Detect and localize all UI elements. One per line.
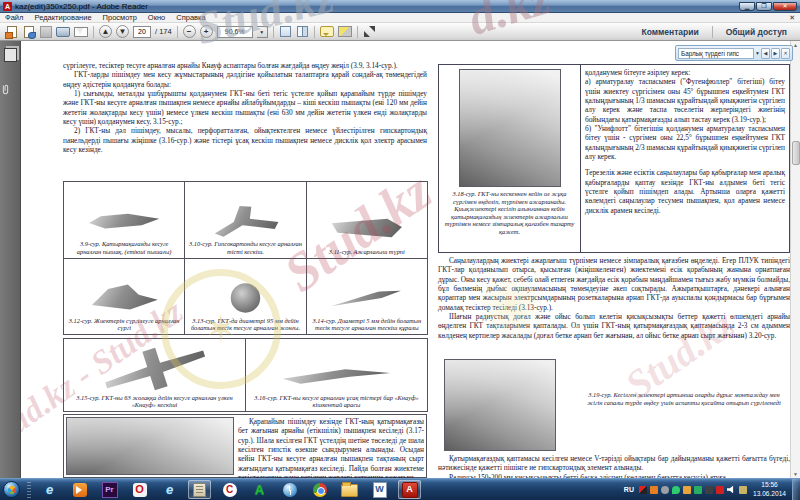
toolbar-separator	[712, 26, 713, 38]
messenger-tray-icon[interactable]	[672, 486, 680, 494]
update-tray-icon[interactable]	[739, 486, 747, 494]
taskbar-item-premiere[interactable]: Pr	[98, 480, 121, 499]
figure-3-9: 3.9-сур. Қатырмақағазды кесуге арналған …	[63, 181, 185, 259]
taskbar-item-media-center[interactable]: C	[218, 480, 241, 499]
window-titlebar: A kaz(edit)350x250.pdf - Adobe Reader ▁ …	[0, 0, 800, 13]
taskbar-item-clock-app[interactable]	[278, 480, 301, 499]
menu-view[interactable]: Просмотр	[103, 13, 137, 22]
punch-tool-image	[328, 275, 406, 322]
single-page-icon	[280, 26, 291, 37]
network-tray-icon[interactable]	[694, 486, 702, 494]
language-indicator[interactable]: RU	[622, 486, 636, 493]
chevron-down-icon[interactable]: ▼	[755, 50, 760, 56]
status-tray-icon[interactable]	[661, 486, 669, 494]
download-manager-tray-icon[interactable]	[683, 486, 691, 494]
taskbar-item-explorer[interactable]	[338, 480, 361, 499]
print-button[interactable]	[56, 25, 70, 39]
pdf-page: сүргілеуге, тесіктер тесуге арналған арн…	[21, 41, 791, 478]
taskbar-item-word[interactable]: W	[368, 480, 391, 499]
error-tray-icon[interactable]	[716, 486, 724, 494]
minimize-button[interactable]: ▁	[739, 2, 755, 11]
camera-tray-icon[interactable]	[705, 486, 713, 494]
toolbar-separator	[314, 26, 315, 38]
close-button[interactable]: ✕	[773, 2, 797, 11]
taskbar-item-chrome[interactable]	[308, 480, 331, 499]
antivirus-shield-icon[interactable]	[639, 486, 647, 494]
plane-tool-image	[88, 282, 161, 314]
rasp-tool-image	[330, 213, 403, 245]
start-button[interactable]	[3, 481, 20, 498]
menu-file[interactable]: Файл	[5, 13, 23, 22]
fullscreen-button[interactable]	[363, 25, 376, 39]
taskbar-item-antivirus[interactable]: A	[248, 480, 271, 499]
taskbar-item-internet-explorer[interactable]: e	[38, 480, 61, 499]
open-file-button[interactable]	[5, 25, 18, 39]
find-input[interactable]: Барлық түрдегі гипс	[678, 48, 754, 59]
find-close-button[interactable]: ✕	[781, 48, 790, 59]
find-next-button[interactable]: ▶	[771, 48, 780, 59]
taskbar-item-opera[interactable]: O	[128, 480, 151, 499]
cutter-tool-image	[209, 205, 282, 237]
taskbar-item-file-manager[interactable]	[188, 480, 211, 499]
adobe-reader-icon: A	[3, 2, 12, 11]
highlight-button[interactable]	[338, 25, 352, 39]
page-thumbnails-icon[interactable]	[4, 48, 17, 62]
speaker-icon[interactable]	[727, 486, 736, 494]
convert-pdf-button[interactable]	[22, 25, 35, 39]
save-button[interactable]	[39, 25, 52, 39]
menu-window[interactable]: Окно	[148, 13, 165, 22]
adobe-premiere-icon: Pr	[102, 482, 118, 498]
alert-tray-icon[interactable]	[650, 486, 658, 494]
zoom-level-value[interactable]: 90,6%	[217, 26, 253, 38]
zoom-dropdown-button[interactable]: ▼	[257, 26, 268, 38]
paragraph: 2) ГКТ-ны дәл пішімдеу, мысалы, перфорат…	[63, 126, 427, 154]
scroll-down-icon[interactable]: ▼	[791, 471, 800, 477]
vertical-scrollbar[interactable]: ▲ ▼	[790, 41, 800, 478]
taskbar-grip[interactable]	[27, 482, 31, 498]
antivirus-icon: A	[255, 483, 264, 497]
paragraph: ГКТ-ларды пішімдеу мен кесу жұмыстарының…	[63, 70, 427, 89]
file-manager-icon	[193, 483, 206, 497]
attachments-paperclip-icon[interactable]	[0, 83, 11, 95]
page-fit-button[interactable]	[296, 25, 309, 39]
taskbar-item-adobe-reader[interactable]: A	[398, 480, 421, 499]
menu-help[interactable]: Справка	[176, 13, 205, 22]
document-area: сүргілеуге, тесіктер тесуге арналған арн…	[0, 41, 800, 478]
paragraph: а) арматуралау таспасымен ("Фугенфюллер"…	[585, 77, 785, 124]
find-previous-button[interactable]: ◀	[761, 48, 770, 59]
adobe-reader-icon: A	[402, 482, 418, 498]
chrome-icon	[313, 483, 327, 497]
maximize-button[interactable]: ❐	[756, 2, 772, 11]
zoom-out-button[interactable]: −	[183, 25, 196, 38]
folder-icon	[341, 484, 358, 497]
share-panel-button[interactable]: Общий доступ	[718, 27, 795, 37]
figure-3-18-block: 3.18-сур. ГКТ-ны кескеннен кейін ол жұқа…	[438, 64, 790, 253]
paragraph: Саңылаулардың жиектері ажарлағыш түрпіме…	[438, 256, 790, 312]
scroll-mode-button[interactable]	[279, 25, 292, 39]
page-number-input[interactable]	[133, 26, 151, 38]
taskbar-item-media-player[interactable]	[68, 480, 91, 499]
open-file-icon	[7, 26, 17, 38]
taskbar-item-internet-explorer-2[interactable]: e	[158, 480, 181, 499]
email-button[interactable]	[74, 25, 88, 39]
navigation-sidebar	[0, 41, 21, 478]
paragraph: 1) сығымды, металды ұшбұрышты қолданумен…	[63, 89, 427, 126]
next-page-button[interactable]: ▼	[116, 25, 129, 38]
clock[interactable]: 15:56 13.06.2014	[750, 481, 789, 499]
menu-edit[interactable]: Редактирование	[34, 13, 91, 22]
right-column: Саңылаулардың жиектері ажарлағыш түрпіме…	[438, 256, 790, 340]
sticky-note-button[interactable]	[320, 25, 334, 39]
comments-panel-button[interactable]: Комментарии	[633, 27, 706, 37]
opera-icon: O	[133, 483, 147, 497]
word-icon: W	[373, 482, 387, 498]
paragraph: Қатырмақағаздық қаптамасы кесілген немес…	[438, 454, 790, 473]
right-column-text: қолданумен бітеуге әзірлеу керек: а) арм…	[581, 65, 789, 252]
figure-3-14: 3.14-сур. Диаметрі 5 мм дейін болатын те…	[306, 258, 428, 336]
zoom-in-button[interactable]: +	[200, 25, 213, 38]
figure-caption: 3.19-сур. Кесілген жиектері артынша олар…	[581, 391, 787, 406]
previous-page-button[interactable]: ▲	[99, 25, 112, 38]
comment-bubble-icon	[320, 26, 334, 37]
scrollbar-thumb[interactable]	[792, 141, 800, 165]
close-icon[interactable]: ✕	[789, 14, 795, 22]
show-desktop-button[interactable]	[792, 479, 800, 500]
